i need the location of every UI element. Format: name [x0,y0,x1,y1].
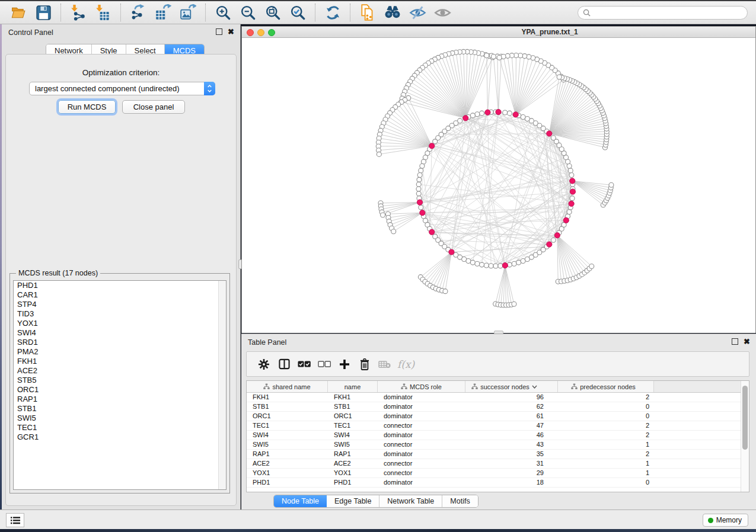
table-row[interactable]: PHD1PHD1dominator180 [247,478,741,488]
table-cell[interactable]: dominator [378,431,465,440]
float-panel-icon[interactable] [732,338,738,345]
column-header[interactable]: name [328,381,378,392]
memory-button[interactable]: Memory [703,514,748,527]
mcds-node-item[interactable]: ACE2 [14,366,226,376]
table-cell[interactable]: dominator [378,450,465,459]
table-cell[interactable]: RAP1 [247,450,328,459]
table-cell[interactable]: ORC1 [247,412,328,421]
run-mcds-button[interactable]: Run MCDS [58,100,116,114]
zoom-in-icon[interactable] [214,4,232,21]
table-cell[interactable]: 31 [465,459,558,468]
hide-selected-icon[interactable] [409,4,426,21]
table-cell[interactable]: 0 [558,402,654,411]
mcds-node-item[interactable]: SWI5 [14,414,226,423]
search-network-icon[interactable] [384,4,401,21]
delete-column-icon[interactable] [355,355,375,373]
table-settings-icon[interactable] [254,355,274,373]
column-header[interactable]: successor nodes [465,381,558,392]
column-header[interactable]: predecessor nodes [558,381,654,392]
table-cell[interactable]: 2 [558,393,654,402]
table-cell[interactable]: RAP1 [328,450,378,459]
table-cell[interactable]: 2 [558,431,654,440]
close-panel-icon[interactable]: ✖ [744,338,750,345]
table-cell[interactable]: PHD1 [328,478,378,487]
minimize-window-icon[interactable] [257,29,264,36]
column-header[interactable]: MCDS role [378,381,465,392]
search-field[interactable] [578,6,748,20]
search-input[interactable] [594,8,742,17]
table-cell[interactable]: 2 [558,450,654,459]
deselect-all-icon[interactable] [314,355,334,373]
save-session-icon[interactable] [34,4,52,21]
table-cell[interactable]: dominator [378,393,465,402]
float-panel-icon[interactable] [216,28,222,35]
table-cell[interactable]: 1 [558,459,654,468]
table-row[interactable]: SWI4SWI4dominator462 [247,431,741,440]
export-network-icon[interactable] [129,4,147,21]
table-cell[interactable]: ACE2 [328,459,378,468]
table-cell[interactable]: YOX1 [247,469,328,477]
table-cell[interactable]: dominator [378,402,465,411]
select-all-icon[interactable] [294,355,314,373]
mcds-node-item[interactable]: GCR1 [14,432,226,442]
mcds-node-item[interactable]: YOX1 [14,319,226,328]
table-cell[interactable]: dominator [378,412,465,421]
table-cell[interactable]: 2 [558,421,654,430]
table-cell[interactable]: connector [378,421,465,430]
open-file-icon[interactable] [9,4,27,21]
column-header[interactable]: shared name [247,381,328,392]
mcds-node-item[interactable]: SRD1 [14,338,226,347]
tab-node-table[interactable]: Node Table [274,495,327,507]
import-table-icon[interactable] [94,4,112,21]
close-panel-icon[interactable]: ✖ [228,28,234,35]
zoom-fit-icon[interactable] [264,4,282,21]
table-cell[interactable]: 1 [558,440,654,449]
export-image-icon[interactable] [179,4,197,21]
scrollbar-thumb[interactable] [742,386,748,450]
table-cell[interactable]: 61 [465,412,558,421]
table-cell[interactable]: STB1 [247,402,328,411]
delete-table-icon[interactable] [375,355,395,373]
zoom-selected-icon[interactable] [289,4,307,21]
table-cell[interactable]: 0 [558,412,654,421]
table-row[interactable]: ACE2ACE2connector311 [247,459,741,469]
mcds-node-item[interactable]: RAP1 [14,395,226,404]
table-cell[interactable]: 43 [465,440,558,449]
close-panel-button[interactable]: Close panel [122,100,185,114]
table-cell[interactable]: SWI4 [328,431,378,440]
mcds-node-item[interactable]: PMA2 [14,347,226,357]
table-cell[interactable]: connector [378,440,465,449]
mcds-node-item[interactable]: CAR1 [14,290,226,300]
zoom-out-icon[interactable] [239,4,257,21]
table-cell[interactable]: 46 [465,431,558,440]
table-cell[interactable]: 0 [558,478,654,487]
mcds-node-item[interactable]: STB5 [14,376,226,385]
mcds-node-item[interactable]: TEC1 [14,423,226,432]
add-column-icon[interactable] [334,355,355,373]
show-columns-icon[interactable] [274,355,294,373]
close-window-icon[interactable] [247,29,254,36]
table-cell[interactable]: STB1 [328,402,378,411]
table-row[interactable]: SWI5SWI5connector431 [247,440,741,450]
table-row[interactable]: ORC1ORC1dominator610 [247,412,741,421]
copy-style-icon[interactable] [359,4,377,21]
mcds-node-item[interactable]: TID3 [14,309,226,319]
table-cell[interactable]: FKH1 [247,393,328,402]
table-cell[interactable]: YOX1 [328,469,378,477]
table-cell[interactable]: 35 [465,450,558,459]
tab-network-table[interactable]: Network Table [379,495,442,507]
table-cell[interactable]: 1 [558,469,654,477]
table-cell[interactable]: ACE2 [247,459,328,468]
table-cell[interactable]: dominator [378,478,465,487]
tab-motifs[interactable]: Motifs [442,495,477,507]
refresh-layout-icon[interactable] [324,4,342,21]
table-scrollbar[interactable] [741,381,749,492]
task-history-button[interactable] [6,513,24,527]
export-table-icon[interactable] [154,4,172,21]
mcds-result-list[interactable]: PHD1CAR1STP4TID3YOX1SWI4SRD1PMA2FKH1ACE2… [13,280,227,490]
criterion-dropdown[interactable]: largest connected component (undirected) [29,82,215,95]
table-row[interactable]: YOX1YOX1connector291 [247,469,741,478]
table-cell[interactable]: PHD1 [247,478,328,487]
table-cell[interactable]: 47 [465,421,558,430]
table-row[interactable]: TEC1TEC1connector472 [247,421,741,431]
